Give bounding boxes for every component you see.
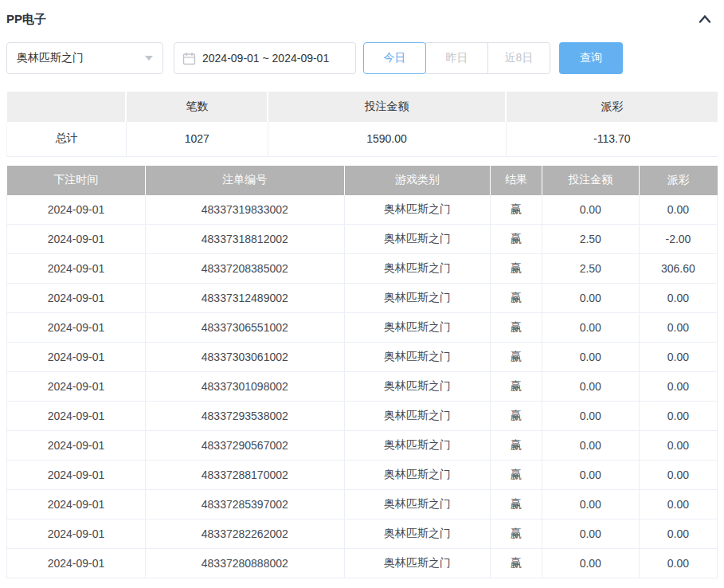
table-row: 2024-09-0148337301098002奥林匹斯之门赢0.000.00 [7,372,718,402]
cell-payout: 0.00 [639,195,717,225]
col-bet-time: 下注时间 [7,166,146,195]
cell-result: 赢 [491,225,542,254]
cell-bet-amount: 0.00 [542,549,639,578]
cell-bet-amount: 0.00 [542,519,639,549]
table-row: 2024-09-0148337306551002奥林匹斯之门赢0.000.00 [7,313,718,343]
cell-result: 赢 [491,402,542,431]
cell-bet-id: 48337301098002 [145,372,344,402]
panel-title: PP电子 [6,12,46,27]
chevron-up-icon [697,12,713,26]
cell-result: 赢 [491,549,542,578]
summary-bet-amount-value: 1590.00 [268,122,506,156]
cell-payout: 0.00 [639,549,717,578]
yesterday-button[interactable]: 昨日 [425,42,488,74]
cell-payout: -2.00 [639,225,717,254]
cell-result: 赢 [491,372,542,402]
panel-header: PP电子 [6,11,718,27]
last-8-days-button[interactable]: 近8日 [487,42,550,74]
cell-bet-id: 48337312489002 [145,284,344,313]
cell-game-type: 奥林匹斯之门 [344,549,491,578]
cell-game-type: 奥林匹斯之门 [344,343,491,372]
cell-bet-amount: 0.00 [542,431,639,461]
summary-col-payout: 派彩 [506,92,718,122]
cell-payout: 0.00 [639,372,717,402]
cell-game-type: 奥林匹斯之门 [344,284,491,313]
game-select[interactable]: 奥林匹斯之门 [6,42,163,74]
calendar-icon [182,52,196,65]
summary-total-label: 总计 [7,122,127,156]
cell-bet-amount: 2.50 [542,254,639,284]
cell-bet-time: 2024-09-01 [7,402,146,431]
col-result: 结果 [491,166,542,195]
cell-bet-time: 2024-09-01 [7,195,146,225]
cell-bet-amount: 0.00 [542,313,639,343]
col-bet-id: 注单编号 [145,166,344,195]
cell-bet-id: 48337282262002 [145,519,344,549]
cell-game-type: 奥林匹斯之门 [344,254,491,284]
col-game-type: 游戏类别 [344,166,491,195]
summary-col-empty [7,92,127,122]
cell-payout: 0.00 [639,313,717,343]
cell-bet-id: 48337303061002 [145,343,344,372]
search-button[interactable]: 查询 [559,42,623,74]
table-row: 2024-09-0148337293538002奥林匹斯之门赢0.000.00 [7,402,718,431]
cell-bet-id: 48337306551002 [145,313,344,343]
summary-payout-value: -113.70 [506,122,718,156]
summary-col-count: 笔数 [126,92,268,122]
quick-range-group: 今日 昨日 近8日 [363,42,550,74]
cell-bet-amount: 0.00 [542,284,639,313]
summary-total-row: 总计 1027 1590.00 -113.70 [7,122,718,156]
cell-game-type: 奥林匹斯之门 [344,402,491,431]
bet-table-body: 2024-09-0148337319833002奥林匹斯之门赢0.000.002… [7,195,718,578]
cell-result: 赢 [491,343,542,372]
cell-result: 赢 [491,313,542,343]
cell-bet-time: 2024-09-01 [7,431,146,461]
cell-payout: 0.00 [639,402,717,431]
summary-header-row: 笔数 投注金额 派彩 [7,92,718,122]
cell-game-type: 奥林匹斯之门 [344,372,491,402]
table-row: 2024-09-0148337282262002奥林匹斯之门赢0.000.00 [7,519,718,549]
cell-game-type: 奥林匹斯之门 [344,225,491,254]
cell-payout: 0.00 [639,461,717,490]
cell-result: 赢 [491,431,542,461]
date-range-input[interactable]: 2024-09-01 ~ 2024-09-01 [174,42,356,74]
chevron-down-icon [145,56,153,61]
cell-result: 赢 [491,284,542,313]
col-payout: 派彩 [639,166,717,195]
cell-bet-amount: 0.00 [542,402,639,431]
cell-payout: 306.60 [639,254,717,284]
cell-bet-id: 48337318812002 [145,225,344,254]
cell-bet-time: 2024-09-01 [7,519,146,549]
cell-payout: 0.00 [639,490,717,519]
today-button[interactable]: 今日 [363,42,426,74]
table-row: 2024-09-0148337318812002奥林匹斯之门赢2.50-2.00 [7,225,718,254]
cell-bet-time: 2024-09-01 [7,254,146,284]
cell-bet-amount: 0.00 [542,461,639,490]
cell-game-type: 奥林匹斯之门 [344,313,491,343]
filter-bar: 奥林匹斯之门 2024-09-01 ~ 2024-09-01 今日 昨日 近8日… [6,42,718,74]
cell-bet-amount: 0.00 [542,490,639,519]
cell-bet-time: 2024-09-01 [7,313,146,343]
collapse-chevron-up-icon[interactable] [697,12,713,26]
cell-bet-amount: 0.00 [542,343,639,372]
table-row: 2024-09-0148337303061002奥林匹斯之门赢0.000.00 [7,343,718,372]
cell-game-type: 奥林匹斯之门 [344,519,491,549]
cell-bet-time: 2024-09-01 [7,461,146,490]
cell-bet-id: 48337290567002 [145,431,344,461]
cell-bet-id: 48337319833002 [145,195,344,225]
cell-bet-amount: 0.00 [542,195,639,225]
cell-game-type: 奥林匹斯之门 [344,461,491,490]
cell-payout: 0.00 [639,519,717,549]
cell-result: 赢 [491,195,542,225]
table-row: 2024-09-0148337280888002奥林匹斯之门赢0.000.00 [7,549,718,578]
summary-col-bet-amount: 投注金额 [268,92,506,122]
table-row: 2024-09-0148337288170002奥林匹斯之门赢0.000.00 [7,461,718,490]
cell-payout: 0.00 [639,431,717,461]
cell-game-type: 奥林匹斯之门 [344,431,491,461]
cell-bet-id: 48337285397002 [145,490,344,519]
cell-bet-id: 48337288170002 [145,461,344,490]
table-row: 2024-09-0148337319833002奥林匹斯之门赢0.000.00 [7,195,718,225]
cell-bet-amount: 2.50 [542,225,639,254]
cell-bet-time: 2024-09-01 [7,284,146,313]
summary-table: 笔数 投注金额 派彩 总计 1027 1590.00 -113.70 [6,92,718,157]
